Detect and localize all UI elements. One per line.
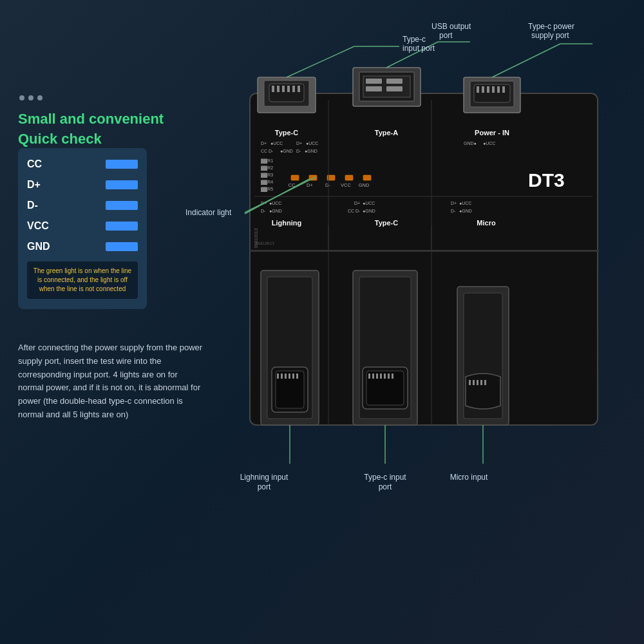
svg-text:Type-c power: Type-c power (528, 22, 574, 31)
svg-rect-8 (292, 86, 295, 92)
svg-rect-0 (250, 93, 598, 425)
svg-rect-14 (386, 79, 402, 84)
svg-text:DT3: DT3 (528, 169, 565, 191)
svg-rect-77 (272, 367, 308, 412)
svg-rect-12 (363, 76, 410, 97)
dot-3 (37, 95, 43, 100)
svg-rect-25 (502, 86, 505, 93)
svg-text:CC D-: CC D- (261, 149, 274, 153)
svg-text:●UCC: ●UCC (270, 141, 283, 146)
indicator-row-cc: CC (27, 158, 138, 170)
svg-text:port: port (439, 31, 453, 40)
svg-text:Type-c: Type-c (402, 35, 426, 44)
svg-text:●GND: ●GND (363, 209, 375, 213)
indicator-bar-cc (106, 160, 138, 169)
indicator-row-vcc: VCC (27, 220, 138, 232)
svg-rect-100 (477, 380, 478, 385)
svg-text:●UCC: ●UCC (306, 141, 318, 146)
indicator-row-gnd: GND (27, 241, 138, 252)
indicator-row-dp: D+ (27, 179, 138, 191)
svg-rect-15 (366, 86, 382, 91)
svg-text:D+: D+ (296, 141, 302, 146)
svg-text:Type-C: Type-C (375, 219, 399, 227)
svg-text:D-: D- (451, 209, 456, 213)
svg-rect-19 (474, 84, 510, 102)
svg-text:D+: D+ (261, 201, 267, 205)
indicator-label-dm: D- (27, 200, 59, 211)
svg-text:D-: D- (261, 209, 266, 213)
svg-rect-86 (359, 277, 411, 419)
svg-rect-48 (363, 175, 371, 180)
svg-text:▓▓R1: ▓▓R1 (261, 158, 273, 164)
svg-line-123 (245, 179, 309, 214)
annotations-svg: Type-C Type-A Power - IN D+ ●UCC D+ ●UCC… (0, 0, 644, 644)
indicator-bar-dm (106, 201, 138, 210)
svg-text:GND●: GND● (464, 141, 477, 146)
svg-rect-89 (368, 374, 370, 379)
svg-rect-79 (277, 374, 279, 379)
svg-text:port: port (379, 482, 392, 491)
indicator-card: CC D+ D- VCC GND The green light is on w… (18, 148, 147, 309)
svg-text:Micro: Micro (477, 219, 496, 227)
svg-rect-22 (487, 86, 489, 93)
svg-rect-85 (353, 270, 417, 425)
svg-line-103 (287, 46, 354, 77)
svg-rect-20 (477, 86, 479, 93)
svg-rect-75 (261, 270, 319, 425)
svg-rect-16 (386, 86, 402, 91)
svg-text:D+: D+ (354, 201, 360, 205)
svg-text:Indicator light: Indicator light (185, 208, 232, 217)
svg-text:Lighning: Lighning (272, 219, 301, 227)
svg-rect-98 (469, 380, 471, 385)
heading: Small and convenient Quick check (18, 109, 164, 149)
svg-text:USB output: USB output (431, 22, 471, 31)
heading-line1: Small and convenient (18, 109, 164, 129)
svg-rect-23 (492, 86, 495, 93)
svg-text:●UCC: ●UCC (483, 141, 495, 146)
svg-text:CC D-: CC D- (348, 209, 361, 213)
svg-text:CC: CC (289, 182, 296, 188)
svg-rect-5 (277, 86, 279, 92)
svg-text:Power - IN: Power - IN (475, 129, 509, 137)
svg-text:▓▓R2: ▓▓R2 (261, 166, 273, 171)
svg-rect-95 (392, 374, 393, 379)
svg-rect-76 (267, 277, 312, 419)
svg-rect-21 (482, 86, 484, 93)
svg-line-109 (245, 177, 316, 213)
svg-rect-9 (298, 86, 300, 92)
svg-rect-17 (464, 77, 520, 113)
dot-2 (28, 95, 33, 100)
svg-rect-2 (264, 80, 309, 106)
indicator-label-gnd: GND (27, 241, 59, 252)
svg-rect-44 (291, 175, 299, 180)
svg-rect-11 (359, 72, 414, 101)
svg-text:VCC: VCC (341, 182, 351, 188)
svg-text:●UCC: ●UCC (363, 201, 375, 205)
svg-rect-94 (388, 374, 390, 379)
svg-text:D+: D+ (261, 141, 267, 146)
background: Small and convenient Quick check CC D+ D… (0, 0, 644, 644)
indicator-label-cc: CC (27, 158, 59, 170)
svg-rect-18 (470, 81, 514, 107)
svg-text:GND: GND (359, 182, 370, 188)
indicator-label-dp: D+ (27, 179, 59, 191)
svg-rect-3 (269, 84, 304, 102)
dot-1 (19, 95, 24, 100)
svg-rect-99 (473, 380, 475, 385)
svg-rect-4 (272, 86, 274, 92)
svg-rect-93 (384, 374, 386, 379)
svg-text:▓▓R3: ▓▓R3 (261, 173, 273, 178)
indicator-row-dm: D- (27, 200, 138, 211)
decorative-dots (19, 95, 43, 100)
svg-text:D-: D- (325, 182, 330, 188)
svg-line-107 (492, 44, 560, 77)
svg-rect-46 (327, 175, 335, 180)
svg-rect-78 (276, 371, 304, 408)
svg-text:●UCC: ●UCC (459, 201, 471, 205)
indicator-bar-vcc (106, 222, 138, 231)
svg-text:▓▓R5: ▓▓R5 (261, 187, 273, 192)
svg-rect-92 (380, 374, 382, 379)
indicator-label-vcc: VCC (27, 220, 59, 232)
svg-text:▓▓R4: ▓▓R4 (261, 180, 273, 185)
svg-rect-24 (497, 86, 500, 93)
